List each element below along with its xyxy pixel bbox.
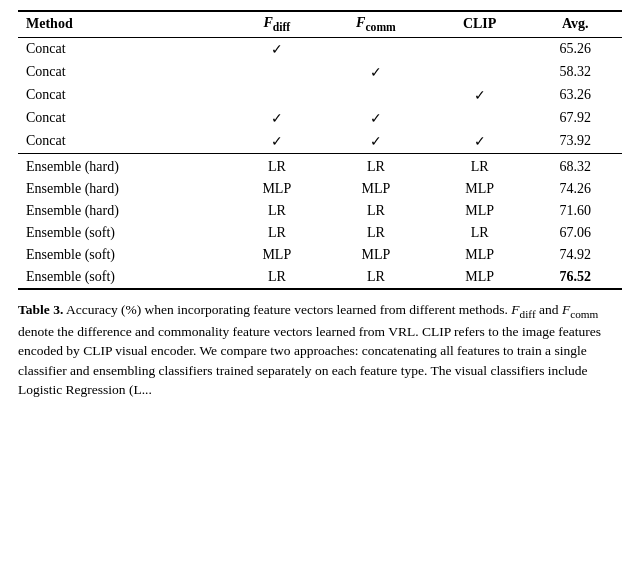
cell-fdiff: MLP <box>233 244 321 266</box>
cell-clip: ✓ <box>431 130 528 154</box>
col-avg: Avg. <box>528 11 622 37</box>
results-table: Method Fdiff Fcomm CLIP Avg. Concat ✓ 65… <box>18 10 622 290</box>
cell-fcomm: LR <box>321 266 431 289</box>
cell-avg: 74.92 <box>528 244 622 266</box>
cell-fdiff <box>233 84 321 107</box>
caption-label: Table 3. <box>18 302 63 317</box>
table-row: Ensemble (hard) LR LR MLP 71.60 <box>18 200 622 222</box>
cell-avg: 65.26 <box>528 37 622 61</box>
cell-avg: 67.92 <box>528 107 622 130</box>
cell-avg: 73.92 <box>528 130 622 154</box>
cell-clip: MLP <box>431 178 528 200</box>
table-row: Concat ✓ ✓ ✓ 73.92 <box>18 130 622 154</box>
cell-avg: 76.52 <box>528 266 622 289</box>
table-row: Concat ✓ ✓ 67.92 <box>18 107 622 130</box>
cell-fdiff: LR <box>233 222 321 244</box>
cell-method: Concat <box>18 130 233 154</box>
cell-clip: MLP <box>431 266 528 289</box>
table-row: Ensemble (hard) LR LR LR 68.32 <box>18 153 622 178</box>
cell-fcomm: MLP <box>321 178 431 200</box>
cell-clip: MLP <box>431 244 528 266</box>
col-fdiff: Fdiff <box>233 11 321 37</box>
cell-method: Concat <box>18 84 233 107</box>
cell-method: Ensemble (hard) <box>18 178 233 200</box>
cell-avg: 63.26 <box>528 84 622 107</box>
cell-fcomm: LR <box>321 200 431 222</box>
cell-clip <box>431 37 528 61</box>
cell-avg: 68.32 <box>528 153 622 178</box>
cell-fdiff: LR <box>233 200 321 222</box>
cell-fdiff <box>233 61 321 84</box>
cell-method: Ensemble (soft) <box>18 222 233 244</box>
cell-avg: 74.26 <box>528 178 622 200</box>
cell-fdiff: LR <box>233 266 321 289</box>
table-row: Concat ✓ 58.32 <box>18 61 622 84</box>
cell-clip: ✓ <box>431 84 528 107</box>
cell-clip: LR <box>431 222 528 244</box>
cell-fcomm: LR <box>321 153 431 178</box>
cell-fcomm: MLP <box>321 244 431 266</box>
cell-fcomm <box>321 84 431 107</box>
cell-fdiff: LR <box>233 153 321 178</box>
cell-method: Concat <box>18 107 233 130</box>
cell-fcomm: LR <box>321 222 431 244</box>
cell-method: Concat <box>18 37 233 61</box>
caption-text: Accuracy (%) when incorporating feature … <box>18 302 601 398</box>
cell-method: Concat <box>18 61 233 84</box>
col-method: Method <box>18 11 233 37</box>
cell-clip <box>431 61 528 84</box>
cell-method: Ensemble (soft) <box>18 266 233 289</box>
cell-method: Ensemble (hard) <box>18 200 233 222</box>
cell-fdiff: ✓ <box>233 37 321 61</box>
cell-clip: LR <box>431 153 528 178</box>
cell-clip: MLP <box>431 200 528 222</box>
table-caption: Table 3. Accuracy (%) when incorporating… <box>18 300 622 400</box>
cell-fdiff: ✓ <box>233 107 321 130</box>
cell-avg: 58.32 <box>528 61 622 84</box>
table-row: Concat ✓ 63.26 <box>18 84 622 107</box>
cell-avg: 67.06 <box>528 222 622 244</box>
cell-method: Ensemble (hard) <box>18 153 233 178</box>
table-row: Ensemble (soft) LR LR MLP 76.52 <box>18 266 622 289</box>
cell-fcomm: ✓ <box>321 107 431 130</box>
cell-fdiff: ✓ <box>233 130 321 154</box>
table-row: Concat ✓ 65.26 <box>18 37 622 61</box>
cell-method: Ensemble (soft) <box>18 244 233 266</box>
col-fcomm: Fcomm <box>321 11 431 37</box>
cell-avg: 71.60 <box>528 200 622 222</box>
col-clip: CLIP <box>431 11 528 37</box>
cell-fcomm <box>321 37 431 61</box>
table-row: Ensemble (hard) MLP MLP MLP 74.26 <box>18 178 622 200</box>
cell-clip <box>431 107 528 130</box>
table-container: Method Fdiff Fcomm CLIP Avg. Concat ✓ 65… <box>18 10 622 290</box>
cell-fcomm: ✓ <box>321 130 431 154</box>
cell-fcomm: ✓ <box>321 61 431 84</box>
table-row: Ensemble (soft) MLP MLP MLP 74.92 <box>18 244 622 266</box>
table-header-row: Method Fdiff Fcomm CLIP Avg. <box>18 11 622 37</box>
table-row: Ensemble (soft) LR LR LR 67.06 <box>18 222 622 244</box>
cell-fdiff: MLP <box>233 178 321 200</box>
